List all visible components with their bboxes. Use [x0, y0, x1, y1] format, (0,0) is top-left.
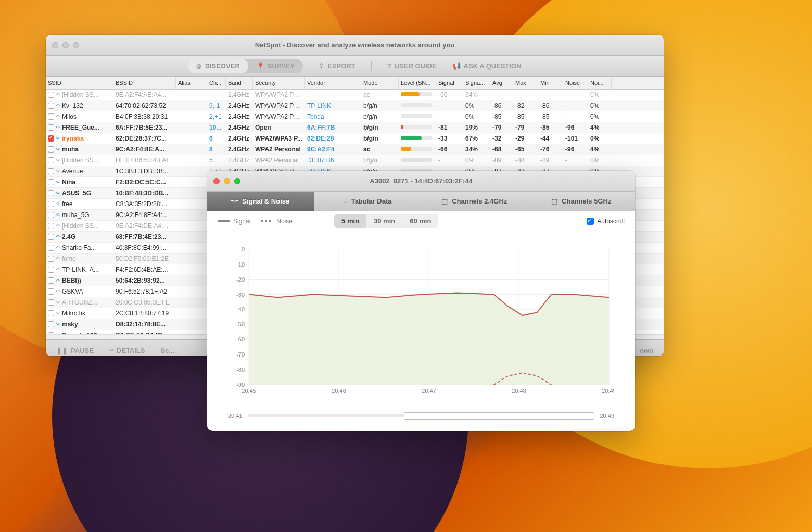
column-header[interactable]: Level (SN...	[399, 77, 436, 89]
user-guide-button[interactable]: ?USER GUIDE	[387, 62, 437, 70]
row-checkbox[interactable]	[48, 92, 54, 98]
wifi-icon: ⌔	[56, 256, 60, 262]
column-header[interactable]: Max	[513, 77, 538, 89]
column-header[interactable]: Avg	[490, 77, 513, 89]
minimize-button[interactable]	[224, 178, 230, 184]
time-60min[interactable]: 60 min	[402, 214, 438, 228]
list-icon: ≡	[343, 197, 347, 205]
row-checkbox[interactable]	[48, 212, 54, 218]
column-header[interactable]: Security	[253, 77, 305, 89]
wifi-icon: ⌔	[56, 124, 60, 131]
row-checkbox[interactable]	[48, 113, 54, 120]
row-checkbox[interactable]	[48, 321, 54, 327]
: Signal Noise 5 min 30 min 60 min Autoscr…	[207, 211, 635, 231]
row-checkbox[interactable]	[48, 310, 54, 316]
column-header[interactable]: Alias	[176, 77, 207, 89]
wifi-icon: ⌔	[56, 267, 60, 273]
table-row[interactable]: ⌔FREE_Gue...6A:FF:7B:5E:23...10...2.4GHz…	[46, 122, 664, 133]
ssid-text: MikroTik	[62, 310, 85, 317]
detail-titlebar: A3002_0271 - 14:4D:67:03:2F:44	[207, 171, 635, 192]
row-checkbox[interactable]	[48, 201, 54, 207]
row-checkbox[interactable]	[48, 277, 54, 284]
channel-icon: ⬚	[551, 197, 557, 205]
row-checkbox[interactable]	[48, 234, 54, 240]
column-header[interactable]: Ch...	[207, 77, 226, 89]
target-icon: ◎	[196, 62, 202, 70]
table-row[interactable]: ⌔[Hidden SS...DE:07:B6:50:4B:AF52.4GHzWP…	[46, 155, 664, 166]
detail-tabs: 〰Signal & Noise ≡Tabular Data ⬚Channels …	[207, 192, 635, 211]
table-row[interactable]: ⌔MilosB4:0F:3B:38:20:312,+12.4GHzWPA/WPA…	[46, 111, 664, 122]
ssid-text: msky	[62, 321, 78, 328]
svg-text:20:47: 20:47	[422, 388, 436, 394]
time-thumb[interactable]	[404, 412, 595, 420]
column-header[interactable]: Noise	[563, 77, 588, 89]
row-checkbox[interactable]	[48, 299, 54, 306]
row-checkbox[interactable]	[48, 332, 54, 334]
row-checkbox[interactable]	[48, 168, 54, 174]
column-header[interactable]: SSID	[46, 77, 113, 89]
column-header[interactable]: Signa...	[463, 77, 490, 89]
row-checkbox[interactable]	[48, 103, 54, 109]
row-checkbox[interactable]	[48, 223, 54, 229]
column-header[interactable]: Band	[226, 77, 253, 89]
row-checkbox[interactable]	[48, 124, 54, 131]
wifi-icon: ⌔	[56, 92, 60, 98]
table-row[interactable]: ⌔irynaka62:DE:28:37:7C...62.4GHzWPA2/WPA…	[46, 133, 664, 144]
ssid-text: GSKVA	[62, 288, 83, 295]
tab-tabular[interactable]: ≡Tabular Data	[314, 192, 422, 211]
row-checkbox[interactable]	[48, 267, 54, 273]
column-header[interactable]: BSSID	[113, 77, 176, 89]
time-5min[interactable]: 5 min	[334, 214, 366, 228]
row-checkbox[interactable]	[48, 179, 54, 185]
pause-icon: ❚❚	[56, 347, 68, 354]
table-row[interactable]: ⌔Kv_13264:70:02:62:73:529,-12.4GHzWPA/WP…	[46, 100, 664, 111]
details-button[interactable]: ⌔DETAILS	[109, 347, 145, 354]
wifi-icon: ⌔	[56, 135, 60, 142]
minimize-button[interactable]	[62, 42, 69, 48]
ssid-text: [Hidden SS...	[62, 157, 99, 164]
zoom-button[interactable]	[73, 42, 79, 48]
survey-tab[interactable]: 📍SURVEY	[248, 59, 303, 73]
zoom-button[interactable]	[234, 178, 240, 184]
tab-channels-5[interactable]: ⬚Channels 5GHz	[528, 192, 636, 211]
row-checkbox[interactable]	[48, 256, 54, 262]
column-header[interactable]: Vendor	[305, 77, 361, 89]
column-header[interactable]: Min	[538, 77, 563, 89]
wifi-icon: ⌔	[56, 321, 60, 327]
wifi-icon: ⌔	[56, 212, 60, 218]
window-title: NetSpot - Discover and analyze wireless …	[46, 41, 664, 49]
ask-question-button[interactable]: 📢ASK A QUESTION	[452, 62, 522, 70]
row-checkbox[interactable]	[48, 190, 54, 196]
export-button[interactable]: ⇪EXPORT	[319, 62, 355, 70]
row-checkbox[interactable]	[48, 157, 54, 163]
ssid-text: [Hidden SS...	[62, 222, 99, 230]
tab-signal-noise[interactable]: 〰Signal & Noise	[207, 192, 314, 211]
ssid-text: Porsche123	[62, 332, 97, 334]
column-header[interactable]: Signal	[436, 77, 463, 89]
checkbox-icon	[587, 218, 594, 225]
table-row[interactable]: ⌔muha9C:A2:F4:8E:A...82.4GHzWPA2 Persona…	[46, 144, 664, 155]
table-row[interactable]: ⌔[Hidden SS...9E:A2:F4:AE:A4...2.4GHzWPA…	[46, 90, 664, 100]
row-checkbox[interactable]	[48, 288, 54, 295]
row-checkbox[interactable]	[48, 135, 54, 142]
row-checkbox[interactable]	[48, 245, 54, 251]
svg-text:-50: -50	[236, 321, 245, 327]
tab-channels-24[interactable]: ⬚Channels 2.4GHz	[421, 192, 528, 211]
autoscroll-toggle[interactable]: Autoscroll	[587, 218, 625, 225]
pause-button[interactable]: ❚❚PAUSE	[56, 347, 94, 354]
wifi-icon: ⌔	[56, 113, 60, 120]
row-checkbox[interactable]	[48, 146, 54, 153]
wifi-icon: ⌔	[56, 277, 60, 284]
pin-icon: 📍	[257, 62, 265, 70]
svg-text:-90: -90	[236, 382, 245, 388]
close-button[interactable]	[213, 178, 220, 184]
time-end: 20:49	[600, 413, 614, 419]
column-header[interactable]: Mode	[361, 77, 399, 89]
time-track[interactable]	[248, 414, 595, 417]
svg-text:20:45: 20:45	[242, 388, 256, 394]
close-button[interactable]	[52, 42, 58, 48]
svg-text:0: 0	[242, 246, 245, 252]
discover-tab[interactable]: ◎DISCOVER	[188, 59, 248, 73]
time-30min[interactable]: 30 min	[366, 214, 402, 228]
column-header[interactable]: Noi...	[588, 77, 612, 89]
